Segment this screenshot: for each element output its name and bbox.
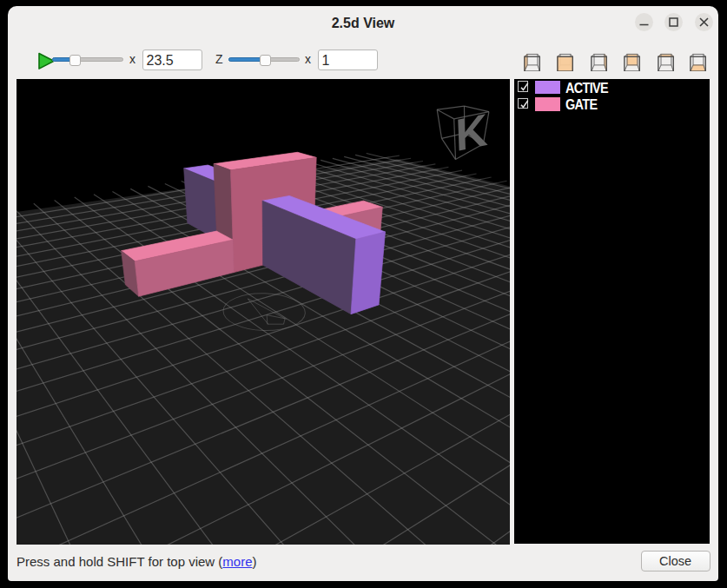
svg-text:K: K <box>454 104 488 162</box>
